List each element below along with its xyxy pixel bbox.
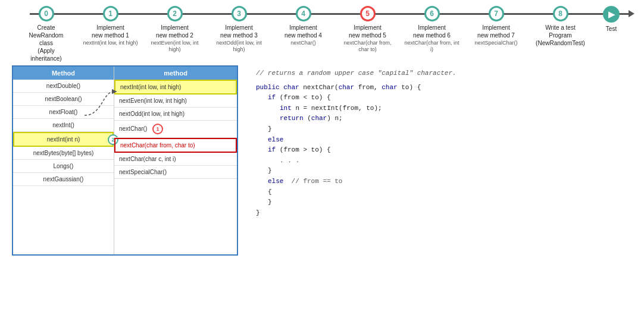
main-content: Method nextDouble() nextBoolean() nextFl… — [0, 59, 644, 262]
node-circle-7: 7 — [489, 6, 504, 21]
code-line-7: if (from > to) { — [256, 145, 626, 156]
code-line-6: else — [256, 135, 626, 146]
method-row-nextintn: nextInt(int n) 2 — [13, 132, 114, 147]
timeline: 0 CreateNewRandomclass(Applyinheritance)… — [0, 0, 644, 59]
code-line-3: int n = nextInt(from, to); — [256, 103, 626, 114]
node-circle-2: 2 — [167, 6, 183, 21]
node-sublabel-2: nextEven(int low, int high) — [146, 40, 203, 53]
node-circle-3: 3 — [232, 6, 247, 21]
detail-row-nexteven: nextEven(int low, int high) — [114, 94, 237, 108]
node-label-4: Implementnew method 4 — [285, 24, 322, 39]
timeline-node-2[interactable]: 2 Implementnew method 2 nextEven(int low… — [146, 6, 203, 62]
timeline-node-6[interactable]: 6 Implementnew method 6 nextChar(char fr… — [404, 6, 460, 62]
node-sublabel-5: nextChar(char from, char to) — [339, 40, 396, 53]
node-label-7: Implementnew method 7 — [477, 24, 515, 39]
timeline-node-4[interactable]: 4 Implementnew method 4 nextChar() — [275, 6, 332, 62]
detail-table: method nextInt(int low, int high) nextEv… — [114, 67, 237, 254]
timeline-node-8[interactable]: 8 Write a testProgram(NewRandomTest) — [532, 6, 589, 62]
code-line-14: } — [256, 208, 626, 219]
node-circle-8: 8 — [553, 6, 568, 21]
node-circle-4: 4 — [296, 6, 311, 21]
method-table-header: Method — [13, 67, 114, 80]
node-sublabel-3: nextOdd(int low, int high) — [211, 40, 267, 53]
code-line-9: } — [256, 166, 626, 177]
annotation-1-circle: 1 — [152, 124, 163, 134]
node-label-6: Implementnew method 6 — [413, 24, 451, 39]
method-table: Method nextDouble() nextBoolean() nextFl… — [13, 67, 114, 254]
code-line-10: else // from == to — [256, 177, 626, 187]
node-circle-6: 6 — [424, 6, 440, 21]
node-label-1: Implementnew method 1 — [92, 24, 129, 39]
timeline-node-7[interactable]: 7 Implementnew method 7 nextSpecialChar(… — [468, 6, 524, 62]
timeline-nodes: 0 CreateNewRandomclass(Applyinheritance)… — [12, 6, 632, 62]
node-sublabel-4: nextChar() — [290, 40, 316, 46]
timeline-node-1[interactable]: 1 Implementnew method 1 nextInt(int low,… — [82, 6, 139, 62]
timeline-node-3[interactable]: 3 Implementnew method 3 nextOdd(int low,… — [211, 6, 267, 62]
detail-row-nextchar-ci: nextChar(char c, int i) — [114, 153, 237, 166]
node-circle-9: ▶ — [603, 6, 620, 23]
code-line-2: if (from < to) { — [256, 93, 626, 103]
method-row-nextfloat: nextFloat() — [13, 106, 114, 119]
code-area: // returns a random upper case "capital"… — [250, 65, 632, 256]
node-sublabel-7: nextSpecialChar() — [474, 40, 517, 46]
node-circle-0: 0 — [39, 6, 54, 21]
code-line-1: public char nextChar(char from, char to)… — [256, 83, 626, 93]
node-circle-1: 1 — [103, 6, 118, 21]
method-row-nextint: nextInt() — [13, 119, 114, 132]
code-line-13: } — [256, 197, 626, 208]
detail-row-nextint-lowhigh: nextInt(int low, int high) — [114, 80, 237, 94]
diagram-inner: Method nextDouble() nextBoolean() nextFl… — [13, 67, 237, 254]
node-sublabel-6: nextChar(char from, int i) — [404, 40, 460, 53]
method-row-nextbytes: nextBytes(byte[] bytes) — [13, 147, 114, 160]
code-line-4: return (char) n; — [256, 114, 626, 124]
node-circle-5: 5 — [360, 6, 376, 21]
node-label-0: CreateNewRandomclass(Applyinheritance) — [29, 24, 64, 62]
code-line-11: { — [256, 187, 626, 198]
timeline-node-0[interactable]: 0 CreateNewRandomclass(Applyinheritance) — [18, 6, 74, 62]
diagram-box: Method nextDouble() nextBoolean() nextFl… — [12, 65, 238, 256]
detail-table-header: method — [114, 67, 237, 80]
method-row-nextgaussian: nextGaussian() — [13, 173, 114, 186]
node-label-3: Implementnew method 3 — [220, 24, 258, 39]
timeline-node-9[interactable]: ▶ Test — [596, 6, 626, 62]
code-block: public char nextChar(char from, char to)… — [256, 83, 626, 219]
method-row-nextdouble: nextDouble() — [13, 80, 114, 93]
node-label-2: Implementnew method 2 — [156, 24, 193, 39]
node-sublabel-1: nextInt(int low, int high) — [83, 40, 137, 46]
detail-row-nextspecialchar: nextSpecialChar() — [114, 166, 237, 179]
code-line-5: } — [256, 124, 626, 135]
method-row-nextboolean: nextBoolean() — [13, 93, 114, 106]
node-label-9: Test — [606, 25, 617, 33]
detail-row-nextchar-fromto: nextChar(char from, char to) — [114, 138, 237, 153]
code-line-8: . . . — [256, 156, 626, 166]
code-comment: // returns a random upper case "capital"… — [256, 68, 626, 79]
detail-row-nextchar: nextChar() 1 — [114, 121, 237, 138]
node-label-8: Write a testProgram(NewRandomTest) — [536, 24, 585, 47]
node-label-5: Implementnew method 5 — [349, 24, 386, 39]
detail-row-nextodd: nextOdd(int low, int high) — [114, 108, 237, 121]
method-row-longs: Longs() — [13, 160, 114, 173]
timeline-node-5[interactable]: 5 Implementnew method 5 nextChar(char fr… — [339, 6, 396, 62]
